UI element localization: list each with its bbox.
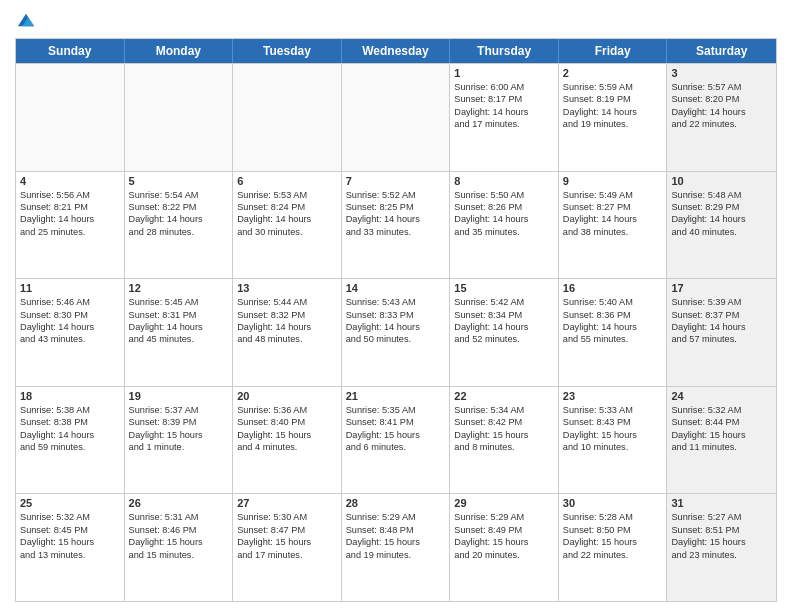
cell-line: and 4 minutes. (237, 441, 337, 453)
cell-line: Sunset: 8:51 PM (671, 524, 772, 536)
week-row-3: 18Sunrise: 5:38 AMSunset: 8:38 PMDayligh… (16, 386, 776, 494)
day-number: 29 (454, 497, 554, 509)
cell-line: and 33 minutes. (346, 226, 446, 238)
cell-line: and 19 minutes. (346, 549, 446, 561)
cell-line: Daylight: 14 hours (129, 213, 229, 225)
cell-line: and 8 minutes. (454, 441, 554, 453)
cell-line: Sunset: 8:41 PM (346, 416, 446, 428)
cell-line: Daylight: 14 hours (671, 106, 772, 118)
day-number: 21 (346, 390, 446, 402)
cell-line: Daylight: 14 hours (20, 321, 120, 333)
cell-line: and 17 minutes. (454, 118, 554, 130)
cell-line: Daylight: 14 hours (346, 213, 446, 225)
cell-line: Sunset: 8:17 PM (454, 93, 554, 105)
cell-line: Sunset: 8:21 PM (20, 201, 120, 213)
cell-line: Daylight: 14 hours (129, 321, 229, 333)
cell-line: Sunset: 8:43 PM (563, 416, 663, 428)
cal-cell: 25Sunrise: 5:32 AMSunset: 8:45 PMDayligh… (16, 494, 125, 601)
cell-line: Sunset: 8:39 PM (129, 416, 229, 428)
cal-cell: 14Sunrise: 5:43 AMSunset: 8:33 PMDayligh… (342, 279, 451, 386)
calendar-header: SundayMondayTuesdayWednesdayThursdayFrid… (16, 39, 776, 63)
day-number: 12 (129, 282, 229, 294)
cell-line: and 22 minutes. (671, 118, 772, 130)
cell-line: Daylight: 14 hours (454, 321, 554, 333)
cell-line: Sunset: 8:45 PM (20, 524, 120, 536)
cal-cell: 28Sunrise: 5:29 AMSunset: 8:48 PMDayligh… (342, 494, 451, 601)
cell-line: Daylight: 14 hours (454, 213, 554, 225)
cell-line: Sunrise: 5:45 AM (129, 296, 229, 308)
logo (15, 10, 39, 32)
page: SundayMondayTuesdayWednesdayThursdayFrid… (0, 0, 792, 612)
cell-line: Sunrise: 5:32 AM (671, 404, 772, 416)
week-row-1: 4Sunrise: 5:56 AMSunset: 8:21 PMDaylight… (16, 171, 776, 279)
cell-line: and 43 minutes. (20, 333, 120, 345)
cell-line: Sunrise: 5:50 AM (454, 189, 554, 201)
cell-line: and 11 minutes. (671, 441, 772, 453)
cell-line: Sunrise: 5:42 AM (454, 296, 554, 308)
cal-cell: 4Sunrise: 5:56 AMSunset: 8:21 PMDaylight… (16, 172, 125, 279)
day-number: 10 (671, 175, 772, 187)
day-number: 13 (237, 282, 337, 294)
cell-line: Sunrise: 5:46 AM (20, 296, 120, 308)
header-day-sunday: Sunday (16, 39, 125, 63)
day-number: 4 (20, 175, 120, 187)
day-number: 15 (454, 282, 554, 294)
day-number: 16 (563, 282, 663, 294)
cell-line: Sunrise: 5:27 AM (671, 511, 772, 523)
cell-line: Daylight: 14 hours (563, 321, 663, 333)
cell-line: Sunset: 8:22 PM (129, 201, 229, 213)
cell-line: and 13 minutes. (20, 549, 120, 561)
cal-cell: 24Sunrise: 5:32 AMSunset: 8:44 PMDayligh… (667, 387, 776, 494)
cell-line: Daylight: 15 hours (671, 429, 772, 441)
cal-cell: 11Sunrise: 5:46 AMSunset: 8:30 PMDayligh… (16, 279, 125, 386)
cal-cell (233, 64, 342, 171)
cal-cell: 6Sunrise: 5:53 AMSunset: 8:24 PMDaylight… (233, 172, 342, 279)
cell-line: and 57 minutes. (671, 333, 772, 345)
cell-line: Sunrise: 5:44 AM (237, 296, 337, 308)
cell-line: Sunset: 8:29 PM (671, 201, 772, 213)
cal-cell: 31Sunrise: 5:27 AMSunset: 8:51 PMDayligh… (667, 494, 776, 601)
cell-line: and 55 minutes. (563, 333, 663, 345)
cell-line: Sunset: 8:46 PM (129, 524, 229, 536)
cal-cell: 22Sunrise: 5:34 AMSunset: 8:42 PMDayligh… (450, 387, 559, 494)
cell-line: Daylight: 15 hours (129, 429, 229, 441)
header-day-thursday: Thursday (450, 39, 559, 63)
cell-line: Daylight: 15 hours (237, 429, 337, 441)
cell-line: Sunset: 8:34 PM (454, 309, 554, 321)
cell-line: and 30 minutes. (237, 226, 337, 238)
cell-line: Sunset: 8:27 PM (563, 201, 663, 213)
week-row-4: 25Sunrise: 5:32 AMSunset: 8:45 PMDayligh… (16, 493, 776, 601)
header (15, 10, 777, 32)
cell-line: Daylight: 15 hours (20, 536, 120, 548)
cell-line: Daylight: 14 hours (454, 106, 554, 118)
cell-line: Daylight: 15 hours (454, 429, 554, 441)
cell-line: and 35 minutes. (454, 226, 554, 238)
cell-line: Sunset: 8:38 PM (20, 416, 120, 428)
day-number: 3 (671, 67, 772, 79)
cal-cell: 27Sunrise: 5:30 AMSunset: 8:47 PMDayligh… (233, 494, 342, 601)
cell-line: and 48 minutes. (237, 333, 337, 345)
cell-line: Daylight: 15 hours (563, 429, 663, 441)
cell-line: Sunrise: 5:29 AM (454, 511, 554, 523)
cell-line: Sunrise: 5:39 AM (671, 296, 772, 308)
cell-line: Sunrise: 6:00 AM (454, 81, 554, 93)
cell-line: and 25 minutes. (20, 226, 120, 238)
cell-line: and 38 minutes. (563, 226, 663, 238)
day-number: 14 (346, 282, 446, 294)
cell-line: Sunrise: 5:38 AM (20, 404, 120, 416)
cell-line: and 45 minutes. (129, 333, 229, 345)
day-number: 9 (563, 175, 663, 187)
calendar-body: 1Sunrise: 6:00 AMSunset: 8:17 PMDaylight… (16, 63, 776, 601)
cell-line: Sunrise: 5:34 AM (454, 404, 554, 416)
calendar: SundayMondayTuesdayWednesdayThursdayFrid… (15, 38, 777, 602)
cell-line: Sunset: 8:49 PM (454, 524, 554, 536)
cell-line: Sunrise: 5:37 AM (129, 404, 229, 416)
day-number: 17 (671, 282, 772, 294)
day-number: 7 (346, 175, 446, 187)
cell-line: Sunset: 8:44 PM (671, 416, 772, 428)
cal-cell: 17Sunrise: 5:39 AMSunset: 8:37 PMDayligh… (667, 279, 776, 386)
cell-line: Sunrise: 5:29 AM (346, 511, 446, 523)
cal-cell: 7Sunrise: 5:52 AMSunset: 8:25 PMDaylight… (342, 172, 451, 279)
cal-cell: 19Sunrise: 5:37 AMSunset: 8:39 PMDayligh… (125, 387, 234, 494)
cell-line: Sunset: 8:26 PM (454, 201, 554, 213)
